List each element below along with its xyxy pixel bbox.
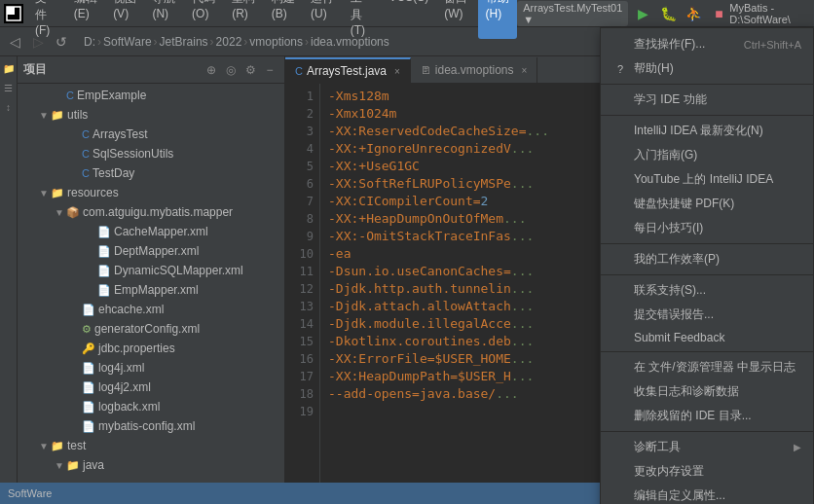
menu-contact-support[interactable]: 联系支持(S)... bbox=[601, 278, 813, 303]
sep-4 bbox=[601, 274, 813, 275]
tree-item-logback[interactable]: 📄 logback.xml bbox=[18, 397, 284, 416]
menu-navigate[interactable]: 导航(N) bbox=[144, 0, 184, 39]
help-icon: ? bbox=[612, 63, 628, 75]
menu-intellij-new[interactable]: IntelliJ IDEA 最新变化(N) bbox=[601, 119, 813, 143]
tree-label: TestDay bbox=[92, 166, 134, 180]
menu-item-label: 编辑自定义属性... bbox=[634, 487, 725, 504]
menu-item-label: 收集日志和诊断数据 bbox=[634, 383, 739, 400]
menu-youtube[interactable]: YouTube 上的 IntelliJ IDEA bbox=[601, 167, 813, 192]
tree-label: ehcache.xml bbox=[98, 303, 164, 316]
mybatis-label: MyBatis - D:\SoftWare\ bbox=[729, 2, 810, 25]
menu-collect-logs[interactable]: 收集日志和诊断数据 bbox=[601, 379, 813, 404]
panel-action-add[interactable]: ⊕ bbox=[203, 61, 220, 79]
menu-submit-feedback[interactable]: Submit Feedback bbox=[601, 327, 813, 348]
menu-tools[interactable]: 工具(T) bbox=[343, 0, 382, 39]
menu-edit-custom[interactable]: 编辑自定义属性... bbox=[601, 484, 813, 504]
path-software: SoftWare bbox=[103, 35, 152, 49]
tree-item-empexample[interactable]: C EmpExample bbox=[18, 86, 284, 105]
back-button[interactable]: ◁ bbox=[4, 31, 25, 53]
menu-show-log[interactable]: 在 文件/资源管理器 中显示日志 bbox=[601, 355, 813, 379]
tree-item-generatorconfig[interactable]: ⚙ generatorConfig.xml bbox=[18, 319, 284, 339]
debug-button[interactable]: 🐛 bbox=[657, 3, 679, 24]
menu-learn-ide[interactable]: 学习 IDE 功能 bbox=[601, 88, 813, 112]
tree-item-arraystest[interactable]: C ArraysTest bbox=[18, 125, 284, 144]
run-button[interactable]: ▶ bbox=[632, 3, 653, 24]
refresh-button[interactable]: ↺ bbox=[51, 31, 72, 53]
tab-arraystest[interactable]: C ArraysTest.java × bbox=[285, 57, 411, 83]
xml-icon: 📄 bbox=[97, 245, 111, 258]
activity-structure[interactable]: ☰ bbox=[1, 80, 17, 95]
forward-button[interactable]: ▷ bbox=[27, 31, 49, 53]
run-config[interactable]: ArraysTest.MyTest01 ▼ bbox=[517, 1, 628, 26]
menu-view[interactable]: 视图(V) bbox=[105, 0, 144, 39]
menu-build[interactable]: 构建(B) bbox=[264, 0, 303, 39]
tree-item-mapper-pkg[interactable]: ▼ 📦 com.atguigu.mybatis.mapper bbox=[18, 202, 284, 222]
menu-submit-bug[interactable]: 提交错误报告... bbox=[601, 303, 813, 327]
tree-label: utils bbox=[67, 108, 88, 122]
panel-action-minimize[interactable]: − bbox=[261, 61, 278, 79]
tree-item-sqlsession[interactable]: C SqlSessionUtils bbox=[18, 144, 284, 163]
menu-getting-started[interactable]: 入门指南(G) bbox=[601, 143, 813, 167]
java-icon: C bbox=[82, 167, 90, 179]
menu-run[interactable]: 运行(U) bbox=[303, 0, 343, 39]
package-icon: 📦 bbox=[66, 206, 80, 219]
menu-diagnostic-tools[interactable]: 诊断工具 bbox=[601, 435, 813, 459]
tree-label: DeptMapper.xml bbox=[114, 244, 199, 258]
panel-action-settings[interactable]: ⚙ bbox=[241, 61, 259, 79]
tree-item-deptmapper[interactable]: 📄 DeptMapper.xml bbox=[18, 241, 284, 261]
tree-item-test[interactable]: ▼ 📁 test bbox=[18, 436, 284, 455]
menu-refactor[interactable]: 重构(R) bbox=[224, 0, 264, 39]
tree-item-log4j[interactable]: 📄 log4j.xml bbox=[18, 358, 284, 378]
menu-productivity[interactable]: 我的工作效率(P) bbox=[601, 247, 813, 271]
tree-label: com.atguigu.mybatis.mapper bbox=[83, 205, 233, 219]
tab-vmoptions[interactable]: 🖹 idea.vmoptions × bbox=[411, 57, 538, 83]
activity-project[interactable]: 📁 bbox=[1, 60, 17, 76]
tree-item-log4j2[interactable]: 📄 log4j2.xml bbox=[18, 378, 284, 397]
menu-item-label: 我的工作效率(P) bbox=[634, 251, 720, 268]
tree-label: log4j.xml bbox=[98, 361, 144, 375]
menu-help-link[interactable]: ? 帮助(H) bbox=[601, 56, 813, 81]
tree-item-mybatisconfig[interactable]: 📄 mybatis-config.xml bbox=[18, 416, 284, 436]
run-config-label: ArraysTest.MyTest01 ▼ bbox=[523, 2, 622, 25]
path-vmoptions: vmoptions bbox=[249, 35, 303, 49]
activity-vcs[interactable]: ↕ bbox=[1, 99, 17, 115]
stop-button[interactable]: ■ bbox=[708, 3, 729, 24]
tree-item-java[interactable]: ▼ 📁 java bbox=[18, 455, 284, 475]
tree-item-testday[interactable]: C TestDay bbox=[18, 163, 284, 183]
menu-code[interactable]: 代码(O) bbox=[184, 0, 224, 39]
path-jetbrains: JetBrains bbox=[160, 35, 208, 49]
tree-item-dynamicmapper[interactable]: 📄 DynamicSQLMapper.xml bbox=[18, 261, 284, 280]
tree-item-empmapper[interactable]: 📄 EmpMapper.xml bbox=[18, 280, 284, 300]
menu-item-label: IntelliJ IDEA 最新变化(N) bbox=[634, 123, 763, 139]
menu-window[interactable]: 窗口(W) bbox=[436, 0, 477, 39]
panel-action-locate[interactable]: ◎ bbox=[222, 61, 240, 79]
title-bar-center: ArraysTest.MyTest01 ▼ ▶ 🐛 ⛹ ■ bbox=[517, 1, 729, 26]
tab-close-vmoptions[interactable]: × bbox=[522, 65, 528, 76]
activity-bar: 📁 ☰ ↕ bbox=[0, 56, 18, 483]
menu-item-label: 键盘快捷键 PDF(K) bbox=[634, 196, 734, 212]
tree-item-resources[interactable]: ▼ 📁 resources bbox=[18, 183, 284, 202]
menu-keyboard-pdf[interactable]: 键盘快捷键 PDF(K) bbox=[601, 192, 813, 216]
menu-item-label: 诊断工具 bbox=[634, 439, 681, 455]
menu-daily-tip[interactable]: 每日小技巧(I) bbox=[601, 216, 813, 240]
panel-actions: ⊕ ◎ ⚙ − bbox=[203, 61, 278, 79]
run-toolbar: ▶ 🐛 ⛹ ■ bbox=[632, 3, 729, 24]
xml-icon: 📄 bbox=[82, 401, 95, 414]
tree-item-jdbc[interactable]: 🔑 jdbc.properties bbox=[18, 339, 284, 358]
tree-label: ArraysTest bbox=[92, 127, 148, 141]
xml-icon: 📄 bbox=[82, 362, 95, 375]
menu-item-label: 删除残留的 IDE 目录... bbox=[634, 408, 752, 424]
tab-label: ArraysTest.java bbox=[307, 64, 387, 78]
menu-edit-memory[interactable]: 更改内存设置 bbox=[601, 459, 813, 484]
menu-vcs[interactable]: VCS(S) bbox=[382, 0, 437, 39]
tab-icon-file: 🖹 bbox=[421, 64, 431, 76]
menu-delete-ide-dirs[interactable]: 删除残留的 IDE 目录... bbox=[601, 404, 813, 428]
tab-close-arraystest[interactable]: × bbox=[394, 66, 400, 77]
tree-item-cachemapper[interactable]: 📄 CacheMapper.xml bbox=[18, 222, 284, 241]
tree-item-ehcache[interactable]: 📄 ehcache.xml bbox=[18, 300, 284, 319]
menu-find-action[interactable]: 查找操作(F)... Ctrl+Shift+A bbox=[601, 32, 813, 56]
tree-item-utils[interactable]: ▼ 📁 utils bbox=[18, 105, 284, 125]
run-with-coverage[interactable]: ⛹ bbox=[683, 3, 704, 24]
menu-help[interactable]: 帮助(H) bbox=[478, 0, 518, 39]
title-bar: 文件(F) 编辑(E) 视图(V) 导航(N) 代码(O) 重构(R) 构建(B… bbox=[0, 0, 814, 27]
